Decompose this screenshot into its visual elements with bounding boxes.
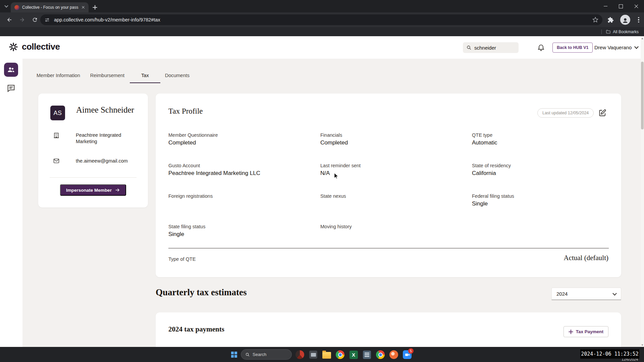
year-select-value: 2024 (556, 291, 568, 297)
field-value: Peachtree Integrated Marketing LLC (168, 170, 320, 177)
tab-member-information[interactable]: Member Information (37, 73, 80, 82)
forward-icon[interactable] (17, 15, 27, 24)
start-button[interactable] (227, 348, 241, 361)
field-state-filing-status: State filing status Single (168, 224, 320, 238)
member-email: the.aimeew@gmail.com (76, 158, 128, 164)
field-value: N/A (320, 170, 472, 177)
field-label: Gusto Account (168, 163, 320, 168)
search-icon (245, 352, 250, 357)
back-icon[interactable] (5, 15, 14, 24)
field-label: State nexus (320, 193, 472, 199)
field-value: Completed (320, 139, 472, 146)
user-menu[interactable]: Drew Vaquerano (594, 36, 638, 59)
add-tax-payment-label: Tax Payment (576, 329, 603, 334)
divider (168, 248, 609, 248)
scroll-down-icon[interactable]: ▼ (641, 343, 644, 347)
field-value (168, 200, 320, 207)
extensions-icon[interactable] (606, 15, 615, 24)
browser-menu-icon[interactable] (635, 15, 642, 24)
taskbar-file-explorer[interactable] (320, 348, 333, 361)
calculator-icon (363, 351, 371, 359)
taskbar-search-box[interactable]: Search (241, 349, 292, 360)
field-label: QTE type (472, 132, 608, 138)
search-input[interactable] (474, 45, 513, 51)
page-scrollbar[interactable]: ▲ ▼ (641, 36, 644, 347)
impersonate-member-button[interactable]: Impersonate Member (60, 184, 126, 196)
address-bar[interactable]: app.collective.com/hub-v2/member-info/97… (40, 14, 602, 25)
back-to-hub-button[interactable]: Back to HUB V1 (552, 43, 593, 53)
browser-profile-avatar[interactable] (620, 15, 630, 25)
field-financials: Financials Completed (320, 132, 472, 146)
screen: Collective - Focus on your pass app.coll… (0, 0, 644, 362)
mouse-cursor (333, 172, 340, 181)
taskbar-app-window[interactable] (307, 348, 320, 361)
browser-tab[interactable]: Collective - Focus on your pass (11, 2, 89, 12)
taskbar-icons: X 5 (293, 348, 414, 361)
user-name: Drew Vaquerano (594, 45, 632, 50)
tab-reimbursement[interactable]: Reimbursement (90, 73, 124, 82)
window-controls (598, 0, 644, 12)
notification-badge: 5 (408, 348, 414, 354)
orange-app-icon (389, 350, 398, 359)
taskbar-chrome-2[interactable] (374, 348, 387, 361)
field-label: State of residency (472, 163, 608, 168)
all-bookmarks-button[interactable]: All Bookmarks (613, 29, 639, 34)
field-qte-type: QTE type Automatic (472, 132, 608, 146)
bookmark-star-icon[interactable] (592, 17, 598, 23)
tab-documents[interactable]: Documents (165, 73, 190, 82)
field-last-reminder-sent: Last reminder sent N/A (320, 163, 472, 177)
email-icon (53, 158, 60, 164)
app-sidebar (0, 59, 22, 347)
quarterly-estimates-title: Quarterly tax estimates (156, 287, 247, 298)
field-federal-filing-status: Federal filing status Single (472, 193, 608, 207)
tab-tax[interactable]: Tax (130, 73, 160, 83)
field-value: Single (472, 200, 608, 207)
sidebar-item-messages[interactable] (6, 83, 16, 93)
sidebar-item-members[interactable] (4, 63, 18, 77)
logo-mark-icon (8, 42, 18, 52)
field-label: Foreign registrations (168, 193, 320, 199)
site-settings-icon[interactable] (44, 17, 50, 23)
arrow-right-icon (115, 187, 120, 193)
plus-icon (569, 329, 573, 334)
scrollbar-thumb[interactable] (641, 62, 644, 129)
collective-logo[interactable]: collective (8, 42, 60, 52)
reload-icon[interactable] (30, 15, 40, 24)
taskbar-calculator[interactable] (360, 348, 374, 361)
bookmarks-separator (601, 29, 602, 34)
new-tab-button[interactable] (91, 4, 99, 11)
taskbar-app-game[interactable] (293, 348, 307, 361)
year-select[interactable]: 2024 (551, 288, 621, 300)
window-app-icon (309, 351, 317, 359)
taskbar-zoom[interactable]: 5 (400, 348, 414, 361)
edit-icon[interactable] (598, 109, 606, 117)
field-moving-history: Moving history (320, 224, 472, 238)
browser-titlebar: Collective - Focus on your pass (0, 0, 644, 12)
scroll-up-icon[interactable]: ▲ (641, 36, 644, 40)
taskbar-excel[interactable]: X (347, 348, 360, 361)
member-search-box[interactable] (463, 42, 519, 53)
field-label: Last reminder sent (320, 163, 472, 168)
impersonate-label: Impersonate Member (66, 188, 112, 193)
file-explorer-icon (322, 352, 331, 359)
folder-icon (606, 29, 611, 34)
field-label: Federal filing status (472, 193, 608, 199)
add-tax-payment-button[interactable]: Tax Payment (564, 326, 608, 337)
notifications-bell-icon[interactable] (537, 43, 545, 51)
tab-search-icon[interactable] (3, 3, 9, 9)
field-label: State filing status (168, 224, 320, 229)
window-close-icon[interactable] (629, 0, 644, 12)
window-minimize-icon[interactable] (598, 0, 613, 12)
chevron-down-icon (612, 291, 617, 296)
tax-profile-card: Tax Profile Last updated 12/05/2024 Memb… (156, 94, 621, 277)
window-maximize-icon[interactable] (613, 0, 629, 12)
chevron-down-icon (635, 45, 639, 49)
tab-title: Collective - Focus on your pass (22, 5, 80, 10)
field-value (320, 200, 472, 207)
field-member-questionnaire: Member Questionnaire Completed (168, 132, 320, 146)
tab-close-icon[interactable] (80, 5, 86, 10)
taskbar-app-orange[interactable] (387, 348, 400, 361)
tax-fields-grid: Member Questionnaire Completed Financial… (168, 132, 608, 238)
member-company: Peachtree Integrated Marketing (76, 132, 129, 145)
taskbar-chrome[interactable] (333, 348, 347, 361)
